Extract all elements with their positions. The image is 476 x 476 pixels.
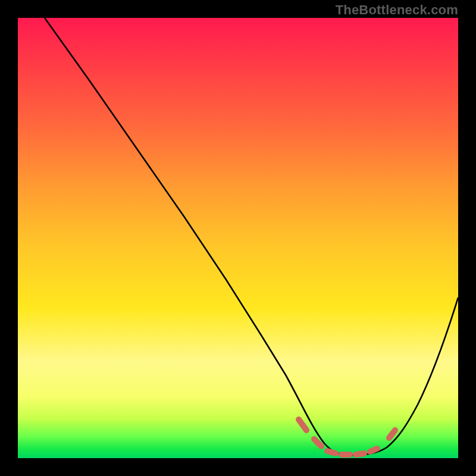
plot-area bbox=[18, 18, 458, 458]
watermark-text: TheBottleneck.com bbox=[336, 2, 458, 18]
svg-line-4 bbox=[356, 453, 364, 455]
svg-line-2 bbox=[327, 451, 336, 453]
optimal-range-marker bbox=[299, 419, 395, 455]
svg-line-5 bbox=[370, 449, 377, 452]
svg-line-0 bbox=[299, 419, 306, 430]
svg-line-6 bbox=[389, 430, 395, 438]
svg-line-1 bbox=[314, 439, 321, 446]
chart-frame: TheBottleneck.com bbox=[0, 0, 476, 476]
curve-path bbox=[45, 18, 458, 455]
bottleneck-curve bbox=[18, 18, 458, 458]
